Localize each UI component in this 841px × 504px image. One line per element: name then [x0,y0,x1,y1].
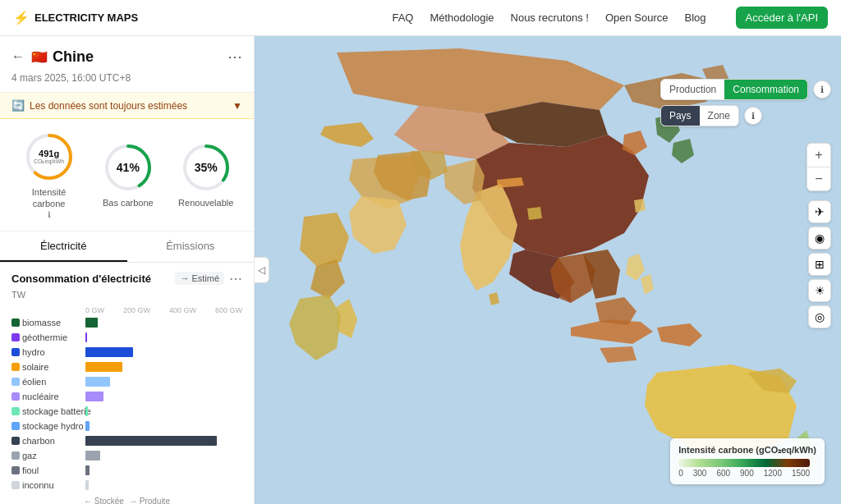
nav-blog[interactable]: Blog [685,11,706,24]
chart-row: gaz [11,449,242,462]
nav-faq[interactable]: FAQ [392,11,413,24]
section-more-btn[interactable]: ⋯ [229,271,242,286]
renewable-circle: 35% [180,141,232,194]
chart-bar [85,451,100,460]
estimated-badge: → Estimé [175,272,224,285]
chart-label: nucléaire [11,392,80,401]
chart-color-icon [11,333,20,341]
location-btn[interactable]: ✈ [808,200,831,223]
chart-bar [85,377,110,387]
chart-label-text: stockage hydro [22,421,84,431]
chart-row: géothermie [11,331,242,344]
chart-label-text: biomasse [22,318,61,328]
zoom-controls: + − [807,143,831,191]
chart-bar [85,406,88,416]
logo[interactable]: ⚡ ELECTRICITY MAPS [13,10,138,25]
chart-label-text: éolien [22,377,46,387]
info-btn-1[interactable]: ℹ [813,80,831,99]
zoom-out-btn[interactable]: − [807,167,830,190]
country-date: 4 mars 2025, 16:00 UTC+8 [11,72,242,84]
tab-emissions[interactable]: Émissions [127,231,255,262]
production-btn[interactable]: Production [661,80,724,99]
chart-label: éolien [11,377,80,387]
carbon-value: 491g [34,149,64,158]
sun-btn[interactable]: ☀ [808,279,831,302]
chart-color-icon [11,378,20,386]
chart-label-text: gaz [22,451,37,460]
chart-label: inconnu [11,480,80,490]
chart-bar-container [85,318,242,328]
map-top-controls: Production Consommation ℹ Pays Zone ℹ [660,79,831,126]
chart-bar [85,436,217,446]
chart-bar-container [85,362,242,372]
chart-bar-container [85,392,242,401]
consumption-btn[interactable]: Consommation [724,80,807,99]
carbon-intensity-stat: 491g CO₂eq/kWh Intensité carbone ℹ [21,131,78,219]
pays-btn[interactable]: Pays [661,106,700,126]
compass-btn[interactable]: ◎ [808,305,831,328]
chart-bar [85,465,90,475]
legend-label-5: 1500 [792,469,810,478]
chart-label: gaz [11,451,80,460]
zone-btn[interactable]: Zone [700,106,738,126]
chart-color-icon [11,481,20,489]
scale-2: 400 GW [169,306,196,314]
low-carbon-stat: 41% Bas carbone [102,141,154,208]
chart-scale: 0 GW 200 GW 400 GW 600 GW [85,306,242,314]
stored-label: ← Stockée [84,497,124,504]
chart-bar-container [85,377,242,387]
chart-color-icon [11,466,20,474]
chart-label-text: charbon [22,436,55,446]
chart-footer: ← Stockée → Produite [11,493,242,504]
info-btn-2[interactable]: ℹ [744,107,762,125]
back-button[interactable]: ← [11,49,25,64]
chart-label: fioul [11,465,80,475]
chart-bar [85,332,87,342]
tab-electricity[interactable]: Électricité [0,231,127,262]
estimated-label: Estimé [191,273,219,283]
estimates-banner[interactable]: 🔄 Les données sont toujours estimées ▼ [0,93,254,119]
chart-label: stockage batterie [11,406,80,416]
logo-text: ELECTRICITY MAPS [34,11,138,24]
chart-bar [85,392,103,401]
nav-methodology[interactable]: Méthodologie [430,11,494,24]
chart-bar [85,318,98,328]
legend: Intensité carbone (gCO₂eq/kWh) 0 300 600… [670,438,825,484]
grid-btn[interactable]: ⊞ [808,253,831,276]
estimated-icon: → [180,273,189,283]
chart-label: géothermie [11,332,80,342]
pays-zone-toggle: Pays Zone [660,105,739,126]
chart-label-text: hydro [22,347,45,357]
legend-title: Intensité carbone (gCO₂eq/kWh) [678,445,816,456]
more-button[interactable]: ⋯ [227,48,242,66]
legend-gradient [678,459,810,467]
chart-row: inconnu [11,479,242,492]
panel-collapse-btn[interactable]: ◁ [255,257,269,283]
chart-rows: biomasse géothermie hydro solaire [11,316,242,492]
zoom-in-btn[interactable]: + [807,144,830,167]
country-name: 🇨🇳 Chine [31,48,94,66]
chart-color-icon [11,363,20,371]
nav-open-source[interactable]: Open Source [605,11,669,24]
layer-btn[interactable]: ◉ [808,227,831,250]
map-container[interactable]: Production Consommation ℹ Pays Zone ℹ + … [255,36,841,504]
production-consumption-toggle: Production Consommation [660,79,808,100]
chart-bar-container [85,480,242,490]
renewable-stat: 35% Renouvelable [178,141,233,208]
legend-label-2: 600 [716,469,730,478]
chart-label-text: fioul [22,465,39,475]
legend-labels: 0 300 600 900 1200 1500 [678,469,810,478]
nav-hiring[interactable]: Nous recrutons ! [511,11,589,24]
chart-bar [85,421,90,431]
legend-label-3: 900 [740,469,754,478]
left-panel: ← 🇨🇳 Chine ⋯ 4 mars 2025, 16:00 UTC+8 🔄 … [0,36,255,504]
api-button[interactable]: Accéder à l'API [736,7,828,29]
chart-bar-container [85,436,242,446]
icon-controls: ✈ ◉ ⊞ ☀ ◎ [808,200,831,328]
low-carbon-circle: 41% [102,141,154,194]
chart-row: biomasse [11,316,242,329]
chart-row: hydro [11,346,242,359]
chart-row: stockage hydro [11,419,242,433]
carbon-label: Intensité carbone [21,186,78,210]
carbon-info-icon[interactable]: ℹ [21,210,78,219]
